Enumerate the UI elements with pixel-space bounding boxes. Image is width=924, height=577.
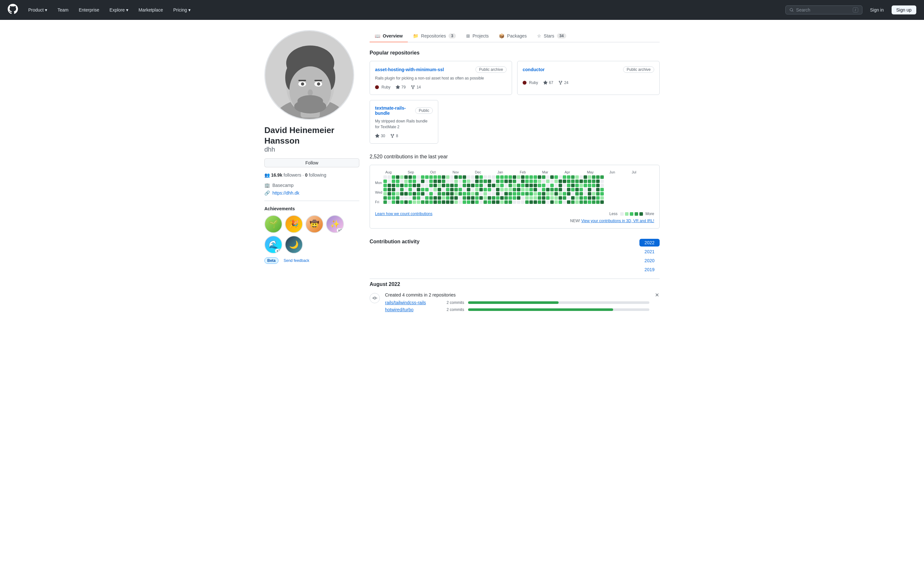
repo-lang-2: Ruby	[523, 81, 538, 85]
repo-name-3[interactable]: textmate-rails-bundle	[375, 105, 413, 116]
graph-cell	[459, 175, 462, 179]
graph-cell	[471, 184, 475, 187]
graph-cell	[413, 196, 416, 200]
view-3d-link[interactable]: View your contributions in 3D, VR and IR…	[582, 219, 654, 223]
legend-cell-0	[620, 212, 624, 216]
website-link[interactable]: https://dhh.dk	[272, 190, 299, 195]
graph-week-40	[550, 175, 554, 204]
nav-product[interactable]: Product ▾	[26, 6, 50, 14]
tabs: 📖 Overview 📁 Repositories 3 ⊞ Projects 📦…	[370, 30, 660, 42]
graph-cell	[475, 188, 479, 191]
github-logo[interactable]	[8, 4, 18, 16]
repo-header-2: conductor Public archive	[523, 66, 654, 73]
graph-cell	[525, 200, 529, 204]
graph-cell	[567, 196, 570, 200]
graph-cell	[550, 196, 554, 200]
graph-week-14	[442, 175, 445, 204]
graph-cell	[513, 188, 516, 191]
graph-cell	[538, 175, 541, 179]
star-icon	[396, 85, 400, 89]
graph-cell	[575, 196, 579, 200]
graph-cell	[571, 184, 575, 187]
graph-cell	[454, 188, 458, 191]
repo-name-1[interactable]: asset-hosting-with-minimum-ssl	[375, 67, 444, 72]
day-mon: Mon	[375, 181, 382, 185]
search-input[interactable]	[796, 7, 850, 13]
graph-cell	[533, 188, 537, 191]
graph-cell	[400, 175, 404, 179]
graph-cell	[496, 175, 499, 179]
activity-repo-1[interactable]: rails/tailwindcss-rails	[385, 300, 443, 305]
graph-cell	[471, 192, 475, 195]
signup-button[interactable]: Sign up	[892, 5, 916, 15]
signin-button[interactable]: Sign in	[866, 6, 888, 14]
tab-packages[interactable]: 📦 Packages	[494, 30, 531, 42]
graph-cell	[583, 200, 587, 204]
star-icon-2	[543, 81, 548, 85]
graph-cell	[504, 184, 508, 187]
nav-pricing[interactable]: Pricing ▾	[171, 6, 193, 14]
graph-cell	[475, 175, 479, 179]
svg-rect-15	[298, 80, 306, 81]
achievement-1: 🌱	[264, 215, 282, 233]
graph-week-34	[525, 175, 529, 204]
graph-cell	[413, 184, 416, 187]
graph-cell	[567, 192, 570, 195]
graph-cell	[438, 184, 441, 187]
month-dec: Dec	[475, 170, 497, 174]
graph-cell	[438, 192, 441, 195]
month-nov: Nov	[452, 170, 475, 174]
graph-cell	[438, 196, 441, 200]
graph-cell	[409, 188, 412, 191]
graph-cell	[583, 188, 587, 191]
learn-contributions-link[interactable]: Learn how we count contributions	[375, 211, 433, 216]
graph-cell	[396, 196, 399, 200]
year-2020-button[interactable]: 2020	[640, 257, 660, 264]
expand-icon	[654, 292, 660, 298]
send-feedback-link[interactable]: Send feedback	[284, 258, 309, 263]
repo-name-2[interactable]: conductor	[523, 67, 544, 72]
year-2021-button[interactable]: 2021	[640, 248, 660, 255]
search-box[interactable]: /	[785, 5, 863, 15]
repo-forks-2: 24	[558, 81, 568, 85]
tab-overview[interactable]: 📖 Overview	[370, 30, 408, 42]
graph-cell	[542, 200, 545, 204]
month-sep: Sep	[408, 170, 430, 174]
graph-cell	[592, 196, 596, 200]
graph-cell	[400, 192, 404, 195]
graph-cell	[513, 179, 516, 183]
year-2019-button[interactable]: 2019	[640, 266, 660, 274]
graph-cell	[450, 192, 454, 195]
graph-week-9	[421, 175, 425, 204]
repo-stars-3: 30	[375, 134, 385, 138]
nav-marketplace[interactable]: Marketplace	[136, 6, 166, 14]
tab-projects[interactable]: ⊞ Projects	[461, 30, 494, 42]
graph-cell	[521, 184, 525, 187]
tab-repositories[interactable]: 📁 Repositories 3	[408, 30, 461, 42]
follow-button[interactable]: Follow	[264, 158, 359, 167]
year-2022-button[interactable]: 2022	[640, 239, 660, 247]
graph-cell	[546, 192, 549, 195]
graph-cell	[559, 188, 562, 191]
nav-explore[interactable]: Explore ▾	[107, 6, 131, 14]
activity-repo-line-2: hotwired/turbo 2 commits	[385, 307, 649, 312]
graph-week-12	[433, 175, 437, 204]
nav-enterprise[interactable]: Enterprise	[76, 6, 102, 14]
graph-cell	[521, 192, 525, 195]
graph-cell	[546, 200, 549, 204]
graph-cell	[404, 179, 408, 183]
repos-grid: asset-hosting-with-minimum-ssl Public ar…	[370, 61, 660, 143]
graph-cell	[542, 192, 545, 195]
activity-repo-2[interactable]: hotwired/turbo	[385, 307, 443, 312]
graph-cell	[417, 188, 420, 191]
graph-cell	[571, 196, 575, 200]
activity-expand[interactable]	[654, 292, 660, 298]
svg-point-10	[301, 82, 304, 85]
nav-team[interactable]: Team	[55, 6, 71, 14]
graph-cell	[417, 192, 420, 195]
graph-cell	[421, 179, 425, 183]
graph-cell	[383, 179, 387, 183]
new-label: NEW!	[570, 219, 580, 223]
tab-stars[interactable]: ☆ Stars 34	[532, 30, 572, 42]
achievement-6: 🌙	[285, 235, 303, 253]
